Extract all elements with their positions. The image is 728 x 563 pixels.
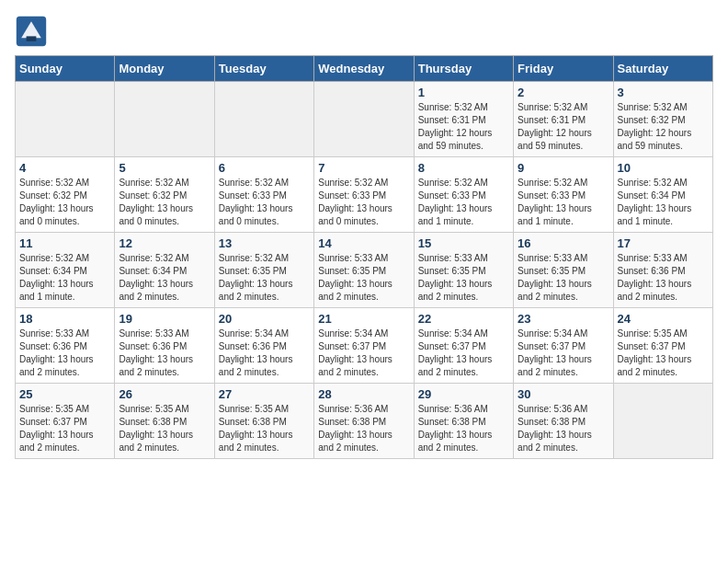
- calendar-cell: 10Sunrise: 5:32 AM Sunset: 6:34 PM Dayli…: [613, 157, 712, 233]
- col-header-monday: Monday: [115, 56, 214, 82]
- calendar-cell: 3Sunrise: 5:32 AM Sunset: 6:32 PM Daylig…: [613, 82, 712, 157]
- day-number: 8: [418, 161, 509, 175]
- day-number: 7: [318, 161, 409, 175]
- day-info: Sunrise: 5:32 AM Sunset: 6:34 PM Dayligh…: [618, 177, 709, 228]
- calendar-week-4: 25Sunrise: 5:35 AM Sunset: 6:37 PM Dayli…: [16, 384, 713, 459]
- calendar-cell: 18Sunrise: 5:33 AM Sunset: 6:36 PM Dayli…: [16, 308, 115, 384]
- calendar-cell: 2Sunrise: 5:32 AM Sunset: 6:31 PM Daylig…: [514, 82, 613, 157]
- day-number: 1: [418, 86, 509, 99]
- day-number: 15: [418, 236, 509, 250]
- day-info: Sunrise: 5:35 AM Sunset: 6:37 PM Dayligh…: [19, 403, 110, 454]
- calendar-cell: 9Sunrise: 5:32 AM Sunset: 6:33 PM Daylig…: [514, 157, 613, 233]
- calendar-cell: 23Sunrise: 5:34 AM Sunset: 6:37 PM Dayli…: [514, 308, 613, 384]
- day-info: Sunrise: 5:35 AM Sunset: 6:38 PM Dayligh…: [119, 403, 210, 454]
- day-number: 6: [219, 161, 310, 175]
- day-number: 12: [119, 236, 210, 250]
- day-info: Sunrise: 5:32 AM Sunset: 6:33 PM Dayligh…: [219, 177, 310, 228]
- day-info: Sunrise: 5:32 AM Sunset: 6:33 PM Dayligh…: [418, 177, 509, 228]
- calendar-cell: 15Sunrise: 5:33 AM Sunset: 6:35 PM Dayli…: [414, 233, 513, 308]
- day-number: 13: [219, 236, 310, 250]
- day-info: Sunrise: 5:33 AM Sunset: 6:35 PM Dayligh…: [418, 252, 509, 304]
- day-number: 17: [618, 236, 709, 250]
- calendar-cell: 26Sunrise: 5:35 AM Sunset: 6:38 PM Dayli…: [115, 384, 214, 459]
- day-number: 21: [318, 312, 409, 326]
- day-number: 28: [318, 387, 409, 401]
- day-number: 3: [618, 86, 709, 99]
- day-info: Sunrise: 5:33 AM Sunset: 6:36 PM Dayligh…: [119, 327, 210, 379]
- calendar-cell: 19Sunrise: 5:33 AM Sunset: 6:36 PM Dayli…: [115, 308, 214, 384]
- calendar-cell: 24Sunrise: 5:35 AM Sunset: 6:37 PM Dayli…: [613, 308, 712, 384]
- day-info: Sunrise: 5:36 AM Sunset: 6:38 PM Dayligh…: [418, 403, 509, 454]
- day-number: 5: [119, 161, 210, 175]
- day-info: Sunrise: 5:34 AM Sunset: 6:37 PM Dayligh…: [518, 327, 609, 379]
- day-info: Sunrise: 5:34 AM Sunset: 6:37 PM Dayligh…: [318, 327, 409, 379]
- day-number: 16: [518, 236, 609, 250]
- calendar-cell: 28Sunrise: 5:36 AM Sunset: 6:38 PM Dayli…: [314, 384, 414, 459]
- calendar-cell: 27Sunrise: 5:35 AM Sunset: 6:38 PM Dayli…: [214, 384, 313, 459]
- calendar-cell: 5Sunrise: 5:32 AM Sunset: 6:32 PM Daylig…: [115, 157, 214, 233]
- header: [15, 15, 713, 48]
- day-info: Sunrise: 5:34 AM Sunset: 6:37 PM Dayligh…: [418, 327, 509, 379]
- day-number: 18: [19, 312, 110, 326]
- day-info: Sunrise: 5:35 AM Sunset: 6:37 PM Dayligh…: [618, 327, 709, 379]
- calendar-week-2: 11Sunrise: 5:32 AM Sunset: 6:34 PM Dayli…: [16, 233, 713, 308]
- day-info: Sunrise: 5:32 AM Sunset: 6:34 PM Dayligh…: [19, 252, 110, 304]
- day-number: 4: [19, 161, 110, 175]
- logo-icon: [15, 15, 48, 48]
- calendar-cell: [214, 82, 313, 157]
- calendar-table: SundayMondayTuesdayWednesdayThursdayFrid…: [15, 55, 713, 459]
- calendar-cell: 25Sunrise: 5:35 AM Sunset: 6:37 PM Dayli…: [16, 384, 115, 459]
- day-info: Sunrise: 5:32 AM Sunset: 6:31 PM Dayligh…: [418, 101, 509, 153]
- calendar-cell: 6Sunrise: 5:32 AM Sunset: 6:33 PM Daylig…: [214, 157, 313, 233]
- day-number: 2: [518, 86, 609, 99]
- calendar-cell: [314, 82, 414, 157]
- day-info: Sunrise: 5:32 AM Sunset: 6:32 PM Dayligh…: [19, 177, 110, 228]
- day-number: 22: [418, 312, 509, 326]
- calendar-cell: 17Sunrise: 5:33 AM Sunset: 6:36 PM Dayli…: [613, 233, 712, 308]
- day-info: Sunrise: 5:34 AM Sunset: 6:36 PM Dayligh…: [219, 327, 310, 379]
- calendar-cell: 4Sunrise: 5:32 AM Sunset: 6:32 PM Daylig…: [16, 157, 115, 233]
- day-info: Sunrise: 5:32 AM Sunset: 6:32 PM Dayligh…: [618, 101, 709, 153]
- calendar-cell: 11Sunrise: 5:32 AM Sunset: 6:34 PM Dayli…: [16, 233, 115, 308]
- day-number: 26: [119, 387, 210, 401]
- calendar-cell: [115, 82, 214, 157]
- day-number: 9: [518, 161, 609, 175]
- calendar-cell: [16, 82, 115, 157]
- calendar-cell: 21Sunrise: 5:34 AM Sunset: 6:37 PM Dayli…: [314, 308, 414, 384]
- day-number: 10: [618, 161, 709, 175]
- calendar-cell: [613, 384, 712, 459]
- calendar-week-3: 18Sunrise: 5:33 AM Sunset: 6:36 PM Dayli…: [16, 308, 713, 384]
- calendar-cell: 12Sunrise: 5:32 AM Sunset: 6:34 PM Dayli…: [115, 233, 214, 308]
- day-number: 11: [19, 236, 110, 250]
- calendar-week-1: 4Sunrise: 5:32 AM Sunset: 6:32 PM Daylig…: [16, 157, 713, 233]
- day-number: 20: [219, 312, 310, 326]
- col-header-friday: Friday: [514, 56, 613, 82]
- day-info: Sunrise: 5:33 AM Sunset: 6:36 PM Dayligh…: [19, 327, 110, 379]
- calendar-cell: 29Sunrise: 5:36 AM Sunset: 6:38 PM Dayli…: [414, 384, 513, 459]
- day-number: 24: [618, 312, 709, 326]
- calendar-cell: 8Sunrise: 5:32 AM Sunset: 6:33 PM Daylig…: [414, 157, 513, 233]
- day-number: 29: [418, 387, 509, 401]
- calendar-cell: 20Sunrise: 5:34 AM Sunset: 6:36 PM Dayli…: [214, 308, 313, 384]
- calendar-cell: 1Sunrise: 5:32 AM Sunset: 6:31 PM Daylig…: [414, 82, 513, 157]
- day-number: 27: [219, 387, 310, 401]
- day-info: Sunrise: 5:36 AM Sunset: 6:38 PM Dayligh…: [518, 403, 609, 454]
- calendar-cell: 22Sunrise: 5:34 AM Sunset: 6:37 PM Dayli…: [414, 308, 513, 384]
- day-info: Sunrise: 5:32 AM Sunset: 6:33 PM Dayligh…: [518, 177, 609, 228]
- day-number: 25: [19, 387, 110, 401]
- calendar-cell: 16Sunrise: 5:33 AM Sunset: 6:35 PM Dayli…: [514, 233, 613, 308]
- day-info: Sunrise: 5:32 AM Sunset: 6:35 PM Dayligh…: [219, 252, 310, 304]
- col-header-saturday: Saturday: [613, 56, 712, 82]
- svg-rect-2: [27, 36, 37, 40]
- day-info: Sunrise: 5:36 AM Sunset: 6:38 PM Dayligh…: [318, 403, 409, 454]
- day-number: 19: [119, 312, 210, 326]
- calendar-week-0: 1Sunrise: 5:32 AM Sunset: 6:31 PM Daylig…: [16, 82, 713, 157]
- calendar-cell: 13Sunrise: 5:32 AM Sunset: 6:35 PM Dayli…: [214, 233, 313, 308]
- day-info: Sunrise: 5:33 AM Sunset: 6:35 PM Dayligh…: [318, 252, 409, 304]
- day-info: Sunrise: 5:33 AM Sunset: 6:35 PM Dayligh…: [518, 252, 609, 304]
- calendar-cell: 7Sunrise: 5:32 AM Sunset: 6:33 PM Daylig…: [314, 157, 414, 233]
- calendar-cell: 30Sunrise: 5:36 AM Sunset: 6:38 PM Dayli…: [514, 384, 613, 459]
- calendar-cell: 14Sunrise: 5:33 AM Sunset: 6:35 PM Dayli…: [314, 233, 414, 308]
- day-info: Sunrise: 5:35 AM Sunset: 6:38 PM Dayligh…: [219, 403, 310, 454]
- day-info: Sunrise: 5:32 AM Sunset: 6:31 PM Dayligh…: [518, 101, 609, 153]
